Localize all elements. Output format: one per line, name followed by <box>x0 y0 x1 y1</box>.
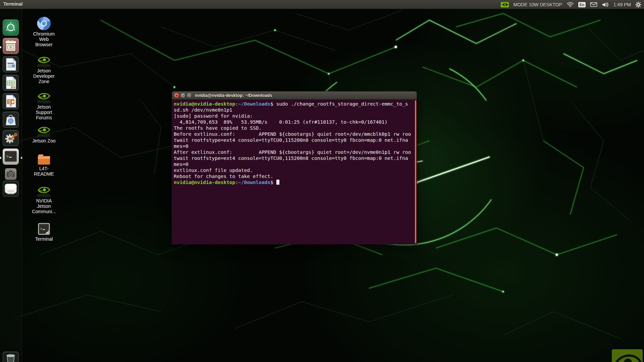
minimize-button[interactable] <box>180 93 185 98</box>
wifi-icon[interactable] <box>567 2 574 7</box>
nvidia-eye-logo <box>612 349 643 362</box>
running-indicator <box>0 46 2 49</box>
disk-icon <box>3 181 19 197</box>
nvidia-eye-icon[interactable] <box>500 2 509 8</box>
nvidia-jetson-icon <box>37 56 51 64</box>
nvidia-jetson-icon <box>37 126 51 134</box>
terminal-line: [sudo] password for nvidia: <box>174 113 417 119</box>
terminal-icon: > <box>3 148 19 165</box>
focused-app-menu[interactable]: Terminal <box>3 1 22 7</box>
terminal-line: sd.sh /dev/nvme0n1p1 <box>174 107 417 113</box>
desktop-icon-label: NVIDIA Jetson Communi... <box>32 198 56 214</box>
desktop-icon-l4t--readme[interactable]: L4T- README <box>25 154 62 177</box>
nvidia-wordmark: NVIDIA <box>38 134 51 138</box>
terminal-line: mes=0 <box>174 143 417 149</box>
nvidia-jetson-icon <box>37 186 51 194</box>
files-icon <box>3 38 19 54</box>
ubuntu-dash-icon <box>3 19 19 36</box>
desktop-icon-jetson-developer-zone[interactable]: NVIDIAJetson Developer Zone <box>25 56 62 84</box>
terminal-line: extlinux.conf file updated. <box>174 167 417 173</box>
nvidia-wordmark: NVIDIA <box>38 194 51 198</box>
terminal-titlebar[interactable]: nvidia@nvidia-desktop: ~/Downloads <box>172 91 417 100</box>
launcher-item-disk[interactable] <box>0 181 22 197</box>
trash-icon <box>3 352 19 362</box>
libreoffice-writer-icon <box>3 56 19 72</box>
power-mode-indicator[interactable]: MODE 10W DESKTOP <box>514 2 562 7</box>
system-settings-icon <box>3 130 19 146</box>
nvidia-wordmark: NVIDIA <box>38 64 51 68</box>
desktop-icon-label: Jetson Developer Zone <box>33 68 55 84</box>
terminal-cursor <box>276 180 279 185</box>
volume-icon[interactable] <box>602 2 609 7</box>
terminal-line: Before extlinux.conf: APPEND ${cbootargs… <box>174 131 417 137</box>
close-button[interactable] <box>174 93 179 98</box>
clock[interactable]: 1:49 PM <box>613 2 631 7</box>
top-panel: Terminal MODE 10W DESKTOP En <box>0 0 644 9</box>
launcher-item-libreoffice-calc[interactable] <box>0 75 22 92</box>
terminal-body[interactable]: nvidia@nvidia-desktop:~/Downloads$ sudo … <box>172 100 417 244</box>
launcher-item-files[interactable] <box>0 38 22 55</box>
chromium-icon <box>37 16 51 31</box>
screenshot-icon <box>5 168 16 180</box>
launcher-item-ubuntu-software[interactable] <box>0 112 22 128</box>
desktop-icon-label: Jetson Zoo <box>32 138 55 143</box>
desktop-icon-label: Terminal <box>35 236 53 242</box>
terminal-line: Reboot for changes to take effect. <box>174 173 417 179</box>
keyboard-layout-indicator[interactable]: En <box>578 2 586 7</box>
desktop-icon-jetson-support-forums[interactable]: NVIDIAJetson Support Forums <box>25 93 62 120</box>
ubuntu-software-icon <box>3 112 19 128</box>
launcher: > <box>0 9 22 362</box>
focused-indicator <box>20 157 22 159</box>
desktop-icon-nvidia-jetson-communi[interactable]: NVIDIANVIDIA Jetson Communi... <box>25 186 62 214</box>
folder-icon <box>37 154 51 166</box>
desktop-icon-label: L4T- README <box>34 166 54 177</box>
svg-text:>: > <box>6 154 9 159</box>
maximize-button[interactable] <box>187 93 192 98</box>
desktop-icon-label: Jetson Support Forums <box>36 104 52 120</box>
terminal-scrollbar[interactable] <box>415 100 416 243</box>
desktop-icon-chromium-web-browser[interactable]: Chromium Web Browser <box>25 16 62 47</box>
libreoffice-calc-icon <box>3 75 19 91</box>
nvidia-wordmark: NVIDIA <box>38 100 51 104</box>
terminal-line: mes=0 <box>174 161 417 167</box>
nvidia-jetson-icon <box>37 93 51 100</box>
svg-text:>: > <box>40 226 43 231</box>
launcher-item-ubuntu-dash[interactable] <box>0 19 22 36</box>
launcher-item-libreoffice-writer[interactable] <box>0 56 22 73</box>
launcher-item-terminal[interactable]: > <box>0 148 22 165</box>
terminal-line: The rootfs have copied to SSD. <box>174 125 417 131</box>
terminal-line: After extlinux.conf: APPEND ${cbootargs}… <box>174 149 417 155</box>
mail-icon[interactable] <box>590 2 597 7</box>
launcher-item-system-settings[interactable] <box>0 130 22 147</box>
terminal-shortcut-icon: > <box>37 222 51 236</box>
session-menu-icon[interactable] <box>635 2 641 8</box>
terminal-line: twait rootfstype=ext4 console=ttyTCU0,11… <box>174 137 417 143</box>
libreoffice-impress-icon <box>3 93 19 109</box>
launcher-item-libreoffice-impress[interactable] <box>0 93 22 110</box>
desktop-icon-jetsonzoo[interactable]: NVIDIAJetson Zoo <box>25 126 62 143</box>
terminal-line: nvidia@nvidia-desktop:~/Downloads$ sudo … <box>174 101 417 107</box>
terminal-window: nvidia@nvidia-desktop: ~/Downloads nvidi… <box>172 91 417 244</box>
terminal-line: twait rootfstype=ext4 console=ttyTCU0,11… <box>174 155 417 161</box>
desktop-icon-label: Chromium Web Browser <box>33 31 55 47</box>
desktop-icon-terminal[interactable]: >Terminal <box>25 222 62 242</box>
terminal-line: nvidia@nvidia-desktop:~/Downloads$ <box>174 179 417 185</box>
launcher-item-trash[interactable] <box>0 352 22 362</box>
window-title: nvidia@nvidia-desktop: ~/Downloads <box>195 93 272 98</box>
terminal-line: 4,814,709,653 89% 53.95MB/s 0:01:25 (xfr… <box>174 119 417 125</box>
running-indicator <box>0 157 2 159</box>
